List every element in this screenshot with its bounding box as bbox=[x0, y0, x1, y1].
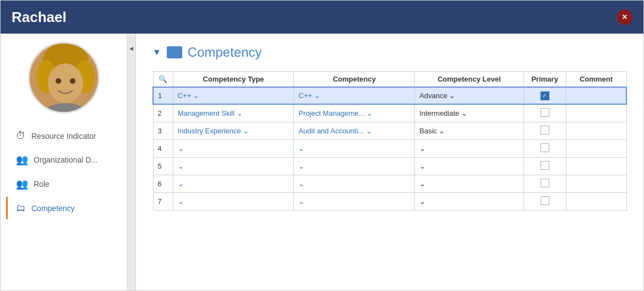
table-search-cell[interactable]: 🔍 bbox=[153, 72, 173, 88]
type-dropdown-icon[interactable]: ⌄ bbox=[237, 109, 243, 117]
row-primary[interactable] bbox=[523, 104, 566, 122]
competency-dropdown-icon[interactable]: ⌄ bbox=[298, 197, 304, 206]
checkbox-checked[interactable]: ✓ bbox=[541, 91, 549, 100]
row-number: 7 bbox=[153, 192, 173, 210]
section-toggle-button[interactable]: ▼ bbox=[152, 47, 161, 57]
sidebar: ⏱ Resource Indicator 👥 Organizational D.… bbox=[1, 34, 127, 290]
competency-icon: 🗂 bbox=[16, 202, 26, 214]
row-comment[interactable] bbox=[566, 157, 626, 175]
collapse-handle[interactable]: ◄ bbox=[127, 34, 136, 290]
row-comment[interactable] bbox=[566, 87, 626, 104]
checkbox-unchecked[interactable] bbox=[541, 126, 549, 134]
type-value: Management Skill bbox=[178, 109, 234, 117]
row-type[interactable]: ⌄ bbox=[173, 139, 294, 157]
table-row[interactable]: 5⌄⌄⌄ bbox=[153, 157, 626, 175]
role-icon: 👥 bbox=[16, 178, 28, 190]
col-header-primary: Primary bbox=[523, 72, 566, 88]
row-primary[interactable] bbox=[523, 157, 566, 175]
row-level[interactable]: ⌄ bbox=[415, 157, 524, 175]
table-row[interactable]: 6⌄⌄⌄ bbox=[153, 175, 626, 192]
level-dropdown-icon[interactable]: ⌄ bbox=[419, 162, 425, 170]
row-competency[interactable]: ⌄ bbox=[294, 157, 415, 175]
checkbox-unchecked[interactable] bbox=[541, 179, 549, 187]
competency-dropdown-icon[interactable]: ⌄ bbox=[298, 162, 304, 170]
sidebar-item-label-resource-indicator: Resource Indicator bbox=[31, 132, 96, 141]
checkbox-unchecked[interactable] bbox=[541, 161, 549, 170]
type-dropdown-icon[interactable]: ⌄ bbox=[178, 144, 184, 153]
competency-dropdown-icon[interactable]: ⌄ bbox=[367, 109, 373, 117]
type-dropdown-icon[interactable]: ⌄ bbox=[178, 197, 184, 206]
type-dropdown-icon[interactable]: ⌄ bbox=[178, 180, 184, 188]
row-comment[interactable] bbox=[566, 122, 626, 139]
row-competency[interactable]: ⌄ bbox=[294, 139, 415, 157]
competency-dropdown-icon[interactable]: ⌄ bbox=[298, 180, 304, 188]
row-competency[interactable]: ⌄ bbox=[294, 192, 415, 210]
col-header-competency: Competency bbox=[294, 72, 415, 88]
sidebar-item-competency[interactable]: 🗂 Competency bbox=[6, 197, 121, 219]
competency-dropdown-icon[interactable]: ⌄ bbox=[314, 91, 320, 100]
checkbox-unchecked[interactable] bbox=[541, 143, 549, 152]
row-competency[interactable]: Audit and Accounti... ⌄ bbox=[294, 122, 415, 139]
row-level[interactable]: ⌄ bbox=[415, 192, 524, 210]
row-comment[interactable] bbox=[566, 139, 626, 157]
row-type[interactable]: ⌄ bbox=[173, 192, 294, 210]
row-type[interactable]: C++ ⌄ bbox=[173, 87, 294, 104]
modal-header: Rachael × bbox=[1, 1, 643, 34]
table-row[interactable]: 3Industry Experience ⌄Audit and Accounti… bbox=[153, 122, 626, 139]
row-level[interactable]: ⌄ bbox=[415, 175, 524, 192]
row-number: 4 bbox=[153, 139, 173, 157]
table-row[interactable]: 4⌄⌄⌄ bbox=[153, 139, 626, 157]
close-button[interactable]: × bbox=[617, 9, 632, 25]
sidebar-item-label-role: Role bbox=[34, 180, 50, 188]
row-type[interactable]: Industry Experience ⌄ bbox=[173, 122, 294, 139]
level-dropdown-icon[interactable]: ⌄ bbox=[419, 180, 425, 188]
row-type[interactable]: ⌄ bbox=[173, 175, 294, 192]
sidebar-item-resource-indicator[interactable]: ⏱ Resource Indicator bbox=[6, 125, 121, 147]
row-primary[interactable] bbox=[523, 175, 566, 192]
checkbox-unchecked[interactable] bbox=[541, 196, 549, 205]
competency-value: C++ bbox=[298, 91, 312, 100]
table-row[interactable]: 7⌄⌄⌄ bbox=[153, 192, 626, 210]
sidebar-item-role[interactable]: 👥 Role bbox=[6, 173, 121, 196]
row-comment[interactable] bbox=[566, 192, 626, 210]
table-row[interactable]: 1C++ ⌄C++ ⌄Advance ⌄✓ bbox=[153, 87, 626, 104]
main-content: ▼ Competency 🔍 Competency Type Competenc… bbox=[136, 34, 643, 290]
row-level[interactable]: Intermediate ⌄ bbox=[415, 104, 524, 122]
level-dropdown-icon[interactable]: ⌄ bbox=[419, 144, 425, 153]
table-row[interactable]: 2Management Skill ⌄Project Manageme... ⌄… bbox=[153, 104, 626, 122]
row-type[interactable]: Management Skill ⌄ bbox=[173, 104, 294, 122]
row-primary[interactable] bbox=[523, 139, 566, 157]
competency-dropdown-icon[interactable]: ⌄ bbox=[366, 127, 372, 135]
row-number: 2 bbox=[153, 104, 173, 122]
level-dropdown-icon[interactable]: ⌄ bbox=[419, 197, 425, 206]
row-competency[interactable]: C++ ⌄ bbox=[294, 87, 415, 104]
row-level[interactable]: ⌄ bbox=[415, 139, 524, 157]
type-dropdown-icon[interactable]: ⌄ bbox=[193, 91, 199, 100]
row-primary[interactable] bbox=[523, 122, 566, 139]
row-competency[interactable]: ⌄ bbox=[294, 175, 415, 192]
checkbox-unchecked[interactable] bbox=[541, 108, 549, 117]
level-dropdown-icon[interactable]: ⌄ bbox=[461, 109, 467, 117]
type-value: C++ bbox=[178, 91, 192, 100]
competency-dropdown-icon[interactable]: ⌄ bbox=[298, 144, 304, 153]
collapse-arrow-icon: ◄ bbox=[128, 45, 135, 52]
level-dropdown-icon[interactable]: ⌄ bbox=[439, 127, 445, 135]
row-comment[interactable] bbox=[566, 104, 626, 122]
row-level[interactable]: Basic ⌄ bbox=[415, 122, 524, 139]
row-level[interactable]: Advance ⌄ bbox=[415, 87, 524, 104]
sidebar-item-organizational-d[interactable]: 👥 Organizational D... bbox=[6, 148, 121, 171]
svg-point-5 bbox=[56, 78, 61, 84]
row-primary[interactable] bbox=[523, 192, 566, 210]
level-value: Advance bbox=[419, 91, 447, 100]
level-dropdown-icon[interactable]: ⌄ bbox=[449, 91, 455, 100]
row-type[interactable]: ⌄ bbox=[173, 157, 294, 175]
nav-items: ⏱ Resource Indicator 👥 Organizational D.… bbox=[1, 125, 127, 220]
row-comment[interactable] bbox=[566, 175, 626, 192]
col-header-level: Competency Level bbox=[415, 72, 524, 88]
col-header-type: Competency Type bbox=[173, 72, 294, 88]
type-dropdown-icon[interactable]: ⌄ bbox=[243, 127, 249, 135]
row-competency[interactable]: Project Manageme... ⌄ bbox=[294, 104, 415, 122]
section-icon bbox=[167, 46, 182, 58]
row-primary[interactable]: ✓ bbox=[523, 87, 566, 104]
type-dropdown-icon[interactable]: ⌄ bbox=[178, 162, 184, 170]
